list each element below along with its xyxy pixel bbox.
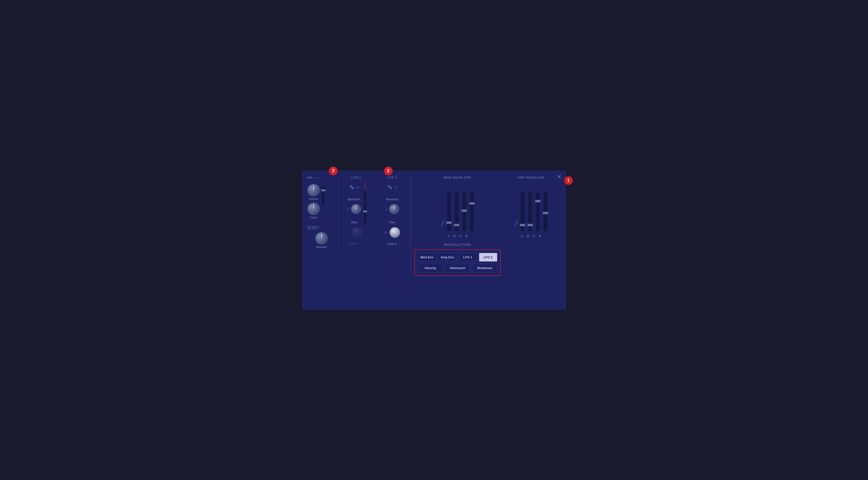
mod-btn-modwheel[interactable]: Modwheel [472,264,497,272]
top-area: hhh ‹ › ⌕ Volume Color [307,176,561,276]
lfo2-note-icon: ♩ [385,207,387,211]
amp-faders-row [521,183,548,231]
mod-fader-s-thumb [462,209,467,212]
lfo2-waveform-row: ∿ ◇ [387,183,397,191]
nav-prev[interactable]: ‹ [314,176,315,179]
nav-next[interactable]: › [316,176,317,179]
lfo1-waveform-row: ∿ ◇ [349,183,359,191]
amp-letter-a: A [521,234,523,238]
mod-btn-lfo1[interactable]: LFO 1 [459,253,477,262]
amp-fader-d [528,193,532,231]
header-row: hhh ‹ › ⌕ [307,176,336,179]
lfo2-rate-knob[interactable] [389,204,399,214]
mod-envelope-title: MOD ENVELOPE [443,176,471,179]
lfo2-title: LFO 2 [387,176,397,179]
amp-fader-r-track[interactable] [544,193,548,231]
lfo2-waveform-icon[interactable]: ∿ [387,183,393,191]
amp-envelope-section: AMP ENVELOPE ╱ [505,176,558,238]
mod-letter-r: R [465,234,467,238]
mod-letter-d: D [453,234,456,238]
badge-2: 2 [384,167,393,175]
filter-chevron[interactable]: ∨ [318,226,319,229]
amp-fader-d-thumb [528,224,533,226]
mod-fader-a-track[interactable] [447,193,451,231]
lfo1-rate-knob[interactable] [351,204,361,214]
volume-slider-thumb [321,190,326,191]
lfo1-waveform-label: Waveform [348,198,361,201]
keytrack-label: Keytrack [316,245,327,249]
keytrack-knob[interactable] [315,232,328,244]
lfo1-note-icon: ♩ [347,207,349,211]
lfo1-fadein-label: Fade In [349,242,359,245]
volume-knob[interactable] [307,184,320,196]
mod-fader-a-thumb [446,221,452,224]
lfo2-sync-icon[interactable]: ◇ [395,185,397,189]
lfo1-sync-icon[interactable]: ◇ [356,185,359,189]
mod-faders-row [447,183,474,231]
amp-fader-s-thumb [535,200,540,202]
mod-btn-ampenv[interactable]: Amp Env [438,253,457,262]
mod-curve-icon[interactable]: ╱ [441,220,444,233]
volume-label: Volume [309,197,318,201]
amp-fader-d-track[interactable] [528,193,532,231]
mod-buttons-row1: Mod Env Amp Env LFO 1 LFO 2 [418,253,497,262]
modulation-title: MODULATION [414,243,501,247]
lfo2-rate-label: Rate [389,221,395,224]
amp-fader-s [536,193,540,231]
mod-fader-r [470,193,474,231]
amp-fader-a-track[interactable] [521,193,524,231]
lfo1-red-line [365,183,365,190]
amp-curve-icon[interactable]: ╱ [515,220,518,233]
mod-fader-r-track[interactable] [470,193,474,231]
amp-fader-a [521,193,524,231]
mod-envelope-section: MOD ENVELOPE ╱ [410,176,505,276]
amp-fader-a-thumb [520,224,525,226]
left-panel: hhh ‹ › ⌕ Volume Color [307,176,339,249]
lfo1-section: LFO 1 ∿ ◇ Waveform ♩ Rate [339,176,374,245]
lfo2-fadein-knob[interactable] [389,227,400,238]
mod-letters: A D S R [447,234,467,238]
lfo2-rate-row: ♩ [384,204,400,214]
color-knob[interactable] [307,203,320,215]
mod-btn-aftertouch[interactable]: Aftertouch [445,264,470,272]
mod-fader-s-track[interactable] [462,193,466,231]
modulation-box: 1 Mod Env Amp Env LFO 1 LFO 2 Velocity A… [414,249,501,276]
mod-buttons-row2: Velocity Aftertouch Modwheel [418,264,497,272]
volume-knob-container: Volume [307,184,320,201]
color-knob-container: Color [307,203,320,219]
keytrack-container: Keytrack [307,232,336,249]
mod-btn-lfo2[interactable]: LFO 2 [479,253,497,262]
header-text: hhh [307,176,313,179]
lfo1-slider[interactable] [364,191,366,224]
mod-btn-velocity[interactable]: Velocity [418,264,443,272]
amp-letter-d: D [527,234,529,238]
amp-fader-s-track[interactable] [536,193,540,231]
lfo1-fadein-knob[interactable] [351,227,362,238]
mod-btn-modenv[interactable]: Mod Env [418,253,436,262]
lfo2-rt-row: RT [384,227,400,238]
amp-letter-s: S [533,234,535,238]
search-icon[interactable]: ⌕ [319,176,321,179]
plugin-window: 3 2 ✕ hhh ‹ › ⌕ Volume [302,171,566,310]
lfo1-rate-row: ♩ [346,204,362,214]
mod-fader-d-track[interactable] [455,193,459,231]
lfo1-rate-label: Rate [351,221,357,224]
mod-fader-s [462,193,466,231]
amp-fader-r [544,193,548,231]
filter-row: SV LP2 ∨ [307,226,336,229]
amp-letter-r: R [539,234,541,238]
left-knobs: Volume Color [307,184,320,219]
lfo1-waveform-icon[interactable]: ∿ [349,183,354,191]
lfo1-rt-row: RT [346,227,362,238]
lfo2-fadein-label: Fade In [388,242,397,246]
mod-letter-a: A [447,234,450,238]
mod-letter-s: S [460,234,462,238]
amp-envelope-title: AMP ENVELOPE [518,176,545,179]
mod-fader-d-thumb [454,224,459,226]
filter-label: SV LP2 [307,226,317,229]
lfo2-section: LFO 2 ∿ ◇ Waveform ♩ Rate [374,176,410,246]
lfo2-rt-label: RT [384,231,388,234]
lfo1-slider-thumb [363,210,367,212]
volume-slider[interactable] [322,186,324,205]
mod-fader-r-thumb [469,202,475,205]
